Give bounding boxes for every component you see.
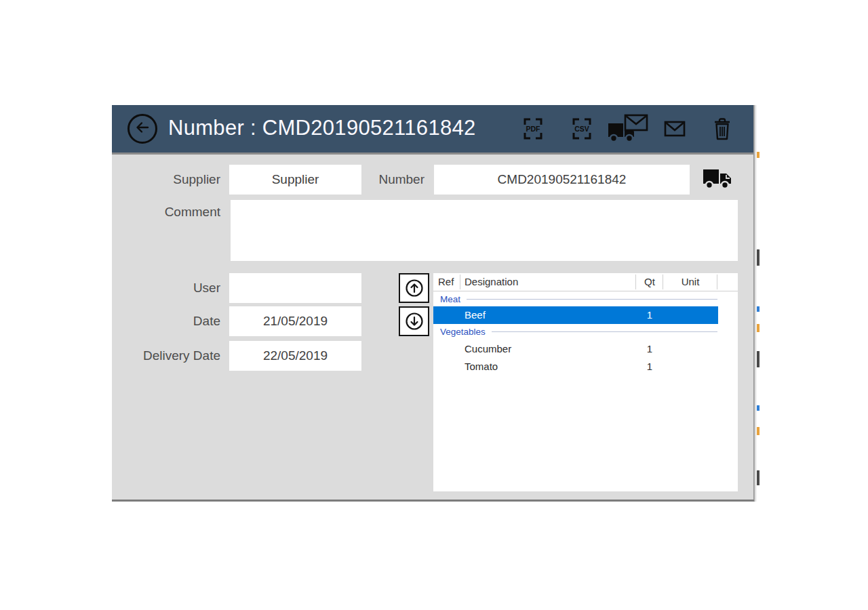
delete-button[interactable] <box>713 116 732 142</box>
user-label: User <box>119 273 220 303</box>
column-header-designation: Designation <box>465 276 518 288</box>
column-divider <box>717 274 717 289</box>
circle-arrow-down-icon <box>403 310 425 332</box>
screen-edge-divider <box>755 105 756 502</box>
screen-edge-peek <box>757 249 760 266</box>
screen-edge-peek <box>757 405 760 411</box>
column-divider <box>635 274 636 289</box>
screen-edge-peek <box>757 152 760 158</box>
svg-text:PDF: PDF <box>526 125 541 133</box>
truck-mail-icon <box>607 113 652 144</box>
delivery-date-label: Delivery Date <box>119 341 220 371</box>
comment-label: Comment <box>119 201 220 224</box>
send-delivery-mail-button[interactable] <box>607 113 652 143</box>
cell-designation: Beef <box>465 306 486 323</box>
cell-designation: Tomato <box>465 358 498 375</box>
screen-edge-peek <box>757 470 760 485</box>
table-row-beef[interactable]: Beef 1 <box>433 306 718 324</box>
back-arrow-icon <box>134 119 151 139</box>
back-button[interactable] <box>127 114 157 144</box>
column-header-unit: Unit <box>663 276 717 288</box>
export-pdf-button[interactable]: PDF <box>521 116 545 142</box>
date-input[interactable] <box>229 306 361 336</box>
group-label: Meat <box>440 294 460 304</box>
order-detail-window: Number : CMD20190521161842 PDF CSV <box>112 105 755 502</box>
screen-edge-peek <box>757 324 760 332</box>
cell-qt: 1 <box>636 358 663 375</box>
export-csv-button[interactable]: CSV <box>570 116 593 142</box>
svg-text:CSV: CSV <box>574 125 589 133</box>
cell-qt: 1 <box>636 306 663 323</box>
column-header-qt: Qt <box>636 276 663 288</box>
mail-icon <box>664 116 686 142</box>
screen-edge-peek <box>757 351 760 367</box>
send-mail-button[interactable] <box>664 116 686 142</box>
screen-edge-peek <box>757 427 760 435</box>
column-header-ref: Ref <box>438 276 454 288</box>
cell-qt: 1 <box>636 340 663 357</box>
supplier-label: Supplier <box>119 165 220 195</box>
group-header-vegetables: Vegetables <box>440 326 731 338</box>
group-label: Vegetables <box>440 327 486 337</box>
number-label: Number <box>323 165 425 195</box>
delivery-date-input[interactable] <box>229 341 361 371</box>
group-divider-line <box>467 299 717 300</box>
titlebar: Number : CMD20190521161842 PDF CSV <box>112 105 753 155</box>
trash-icon <box>713 116 732 142</box>
number-input[interactable] <box>434 165 690 195</box>
cell-designation: Cucumber <box>465 340 511 357</box>
column-divider <box>460 274 460 289</box>
circle-arrow-up-icon <box>403 277 425 299</box>
order-items-table: Ref Designation Qt Unit Meat Beef 1 Vege… <box>433 273 738 491</box>
pdf-icon: PDF <box>521 116 545 142</box>
page-title: Number : CMD20190521161842 <box>168 105 476 152</box>
group-divider-line <box>492 331 717 332</box>
table-header-row: Ref Designation Qt Unit <box>433 273 738 291</box>
user-input[interactable] <box>229 273 361 303</box>
comment-input[interactable] <box>231 200 738 261</box>
move-item-down-button[interactable] <box>399 306 429 336</box>
delivery-truck-icon[interactable] <box>702 167 733 192</box>
column-divider <box>663 274 663 289</box>
csv-icon: CSV <box>570 116 593 142</box>
move-item-up-button[interactable] <box>399 273 429 303</box>
group-header-meat: Meat <box>440 293 731 305</box>
date-label: Date <box>119 306 220 336</box>
screen-edge-peek <box>757 306 760 312</box>
table-row-tomato[interactable]: Tomato 1 <box>433 358 718 375</box>
table-row-cucumber[interactable]: Cucumber 1 <box>433 340 718 357</box>
